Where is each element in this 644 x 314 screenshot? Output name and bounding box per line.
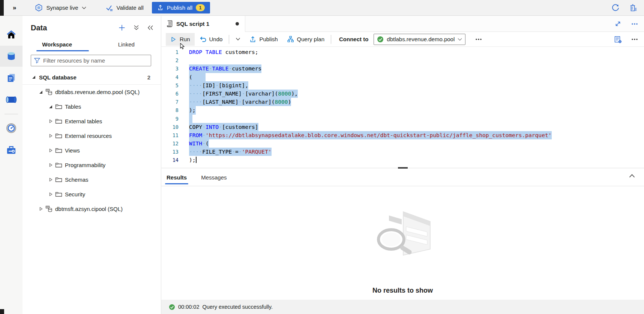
- tree-expanded-icon[interactable]: [49, 105, 53, 109]
- results-tab-bar: Results Messages: [161, 169, 644, 186]
- tree-item-security[interactable]: Security: [23, 187, 161, 202]
- query-plan-icon: [287, 36, 294, 43]
- code-line-8[interactable]: 8);: [161, 106, 644, 114]
- tree-item-label: Security: [65, 191, 85, 197]
- nav-data-button[interactable]: [0, 46, 23, 67]
- expand-editor-button[interactable]: [615, 21, 621, 27]
- tree-collapsed-icon[interactable]: [49, 178, 53, 182]
- tree-item-tables[interactable]: Tables: [23, 99, 161, 114]
- screen-edge-artifact: [0, 309, 4, 314]
- nav-develop-button[interactable]: [0, 67, 23, 88]
- tree-expanded-icon[interactable]: [39, 90, 43, 94]
- nav-home-button[interactable]: [0, 24, 23, 45]
- develop-icon: [6, 73, 17, 83]
- tree-collapsed-icon[interactable]: [49, 148, 53, 153]
- tree-item-views[interactable]: Views: [23, 143, 161, 158]
- filter-resources-box: [31, 55, 151, 66]
- nav-manage-button[interactable]: [0, 139, 23, 160]
- tree-item-sql-database[interactable]: SQL database2: [23, 70, 161, 85]
- tree-item-dbtmsft-azsyn-cipool-sql-[interactable]: dbtmsft.azsyn.cipool (SQL): [23, 202, 161, 216]
- refresh-icon: [611, 4, 620, 12]
- code-text: [189, 115, 192, 123]
- expand-menu-button[interactable]: »: [13, 4, 15, 12]
- tree-collapsed-icon[interactable]: [49, 119, 53, 123]
- tree-item-schemas[interactable]: Schemas: [23, 172, 161, 187]
- manage-toolbox-icon: [6, 145, 17, 155]
- folder-icon: [55, 133, 62, 139]
- ellipsis-icon: [631, 23, 638, 25]
- line-number: 13: [161, 148, 179, 156]
- collapse-results-button[interactable]: [629, 174, 635, 178]
- tree-expanded-icon[interactable]: [32, 75, 36, 79]
- code-line-12[interactable]: 12WITH·(: [161, 139, 644, 148]
- toolbar-overflow-button[interactable]: [631, 38, 638, 40]
- add-resource-button[interactable]: [119, 24, 125, 31]
- tab-linked[interactable]: Linked: [92, 37, 161, 52]
- undo-button[interactable]: Undo: [195, 33, 227, 46]
- run-button[interactable]: Run: [166, 33, 195, 46]
- tree-collapsed-icon[interactable]: [49, 163, 53, 167]
- tree-item-label: Programmability: [65, 162, 105, 168]
- folder-icon: [55, 104, 62, 109]
- query-plan-button[interactable]: Query plan: [282, 33, 329, 46]
- tree-item-external-resources[interactable]: External resources: [23, 129, 161, 143]
- sql-pool-icon: [45, 205, 53, 212]
- tree-item-dbtlabs-revenue-demo-pool-sql-[interactable]: dbtlabs.revenue.demo.pool (SQL): [23, 85, 161, 99]
- sql-code-editor[interactable]: 1DROP TABLE customers;23CREATE·TABLE·cus…: [161, 47, 644, 168]
- tree-collapsed-icon[interactable]: [49, 134, 53, 138]
- code-line-13[interactable]: 13····FILE_TYPE·=·'PARQUET': [161, 148, 644, 156]
- tree-collapsed-icon[interactable]: [39, 207, 43, 211]
- toolbar-more-button[interactable]: [471, 33, 486, 46]
- environment-switcher[interactable]: Synapse live: [30, 2, 90, 14]
- collapse-panel-button[interactable]: [147, 25, 153, 30]
- ellipsis-icon: [631, 38, 638, 40]
- success-check-icon: [169, 304, 175, 310]
- validate-all-button[interactable]: Validate all: [101, 2, 148, 14]
- data-explorer-panel: Data: [23, 16, 161, 314]
- code-line-4[interactable]: 4(: [161, 73, 644, 81]
- properties-button[interactable]: [614, 36, 622, 43]
- code-line-6[interactable]: 6····[FIRST_NAME]·[varchar](8000),: [161, 90, 644, 98]
- tree-item-programmability[interactable]: Programmability: [23, 158, 161, 172]
- tab-more-actions-button[interactable]: [631, 23, 638, 25]
- synapse-studio-window: » Synapse live Validate all: [0, 0, 644, 314]
- tab-sql-script-1[interactable]: SQL script 1: [161, 16, 245, 32]
- no-results-title: No results to show: [161, 287, 644, 295]
- main-content: SQL script 1: [161, 16, 644, 314]
- tab-results[interactable]: Results: [165, 169, 188, 186]
- tree-collapsed-icon[interactable]: [49, 192, 53, 196]
- publish-all-button[interactable]: Publish all 1: [152, 2, 210, 13]
- tab-workspace[interactable]: Workspace: [23, 37, 92, 52]
- run-options-chevron-button[interactable]: [231, 33, 245, 46]
- folder-icon: [55, 191, 62, 197]
- refresh-button[interactable]: [611, 4, 620, 12]
- code-text: FROM·'https://dbtlabsynapsedatalake.blob…: [189, 131, 552, 139]
- environment-label: Synapse live: [46, 4, 78, 11]
- query-duration: 00:00:02: [178, 304, 199, 310]
- nav-monitor-button[interactable]: [0, 118, 23, 139]
- code-line-2[interactable]: 2: [161, 56, 644, 64]
- filter-resources-input[interactable]: [43, 57, 148, 64]
- collapse-all-button[interactable]: [134, 25, 139, 31]
- line-number: 2: [161, 56, 179, 64]
- nav-integrate-button[interactable]: [0, 89, 23, 110]
- line-number: 10: [161, 123, 179, 131]
- connect-to-pool-dropdown[interactable]: dbtlabs.revenue.demo.pool: [374, 34, 465, 45]
- code-line-14[interactable]: 14);: [161, 156, 644, 164]
- publish-button[interactable]: Publish: [245, 33, 282, 46]
- code-line-1[interactable]: 1DROP TABLE customers;: [161, 48, 644, 56]
- publish-upload-icon: [249, 36, 256, 43]
- code-text: );: [189, 106, 196, 114]
- filter-funnel-icon: [34, 58, 40, 63]
- code-line-3[interactable]: 3CREATE·TABLE·customers: [161, 64, 644, 73]
- tree-item-label: External tables: [65, 118, 102, 124]
- discard-all-button[interactable]: [629, 4, 637, 12]
- tab-messages[interactable]: Messages: [200, 169, 228, 186]
- code-line-7[interactable]: 7····[LAST_NAME]·[varchar](8000): [161, 98, 644, 106]
- code-line-9[interactable]: 9: [161, 115, 644, 123]
- code-line-10[interactable]: 10COPY·INTO·[customers]: [161, 123, 644, 131]
- code-line-11[interactable]: 11FROM·'https://dbtlabsynapsedatalake.bl…: [161, 131, 644, 139]
- code-line-5[interactable]: 5····[ID]·[bigint],: [161, 81, 644, 90]
- screen-edge-artifact: [0, 0, 4, 16]
- tree-item-external-tables[interactable]: External tables: [23, 114, 161, 129]
